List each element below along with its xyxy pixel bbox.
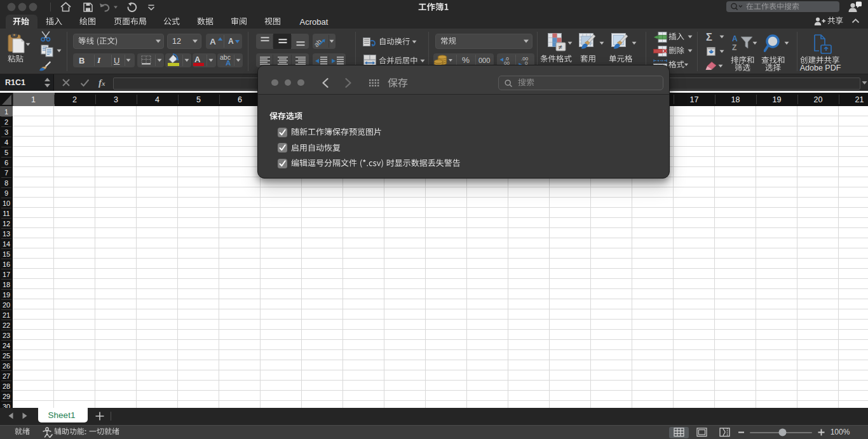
svg-text:A: A: [732, 34, 738, 43]
svg-text:Z: Z: [732, 43, 736, 52]
svg-text:≠: ≠: [559, 43, 562, 51]
